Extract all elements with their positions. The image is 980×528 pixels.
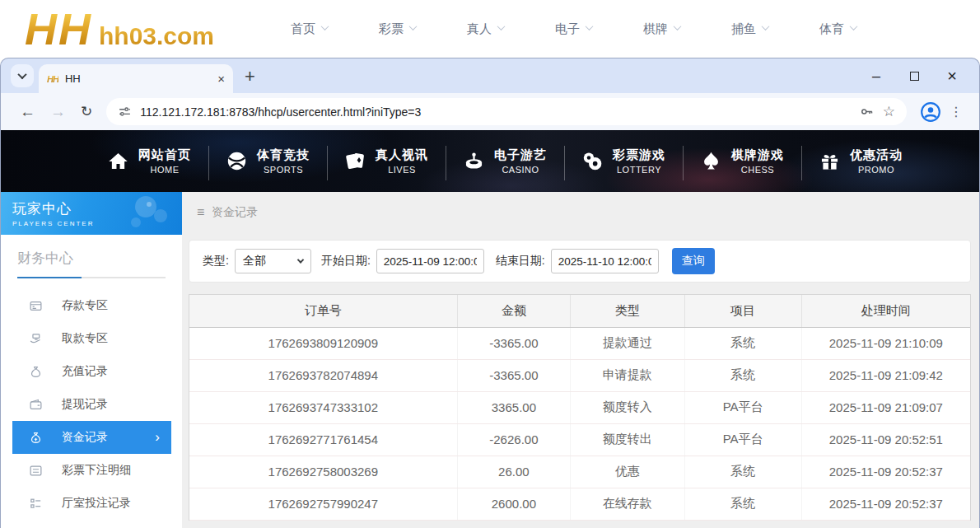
cell-order-id: 1762692771761454 <box>189 423 457 456</box>
site-nav-item[interactable]: 捕鱼 <box>706 21 794 37</box>
start-date-input[interactable] <box>376 249 484 273</box>
game-nav-label-zh: 体育竞技 <box>257 147 310 163</box>
table-header-cell: 订单号 <box>189 295 457 327</box>
tab-search-button[interactable] <box>11 64 34 87</box>
chevron-down-icon <box>850 22 858 30</box>
money-bag-icon <box>29 365 43 379</box>
site-nav-item[interactable]: 彩票 <box>353 21 441 37</box>
sidebar-menu-item[interactable]: 彩票下注明细 › <box>1 454 182 487</box>
end-date-input[interactable] <box>551 249 659 273</box>
home-icon <box>107 150 129 172</box>
table-row[interactable]: 1762693747333102 3365.00 额度转入 PA平台 2025-… <box>189 391 970 423</box>
site-nav-item[interactable]: 首页 <box>265 21 353 37</box>
type-select[interactable]: 全部 <box>235 249 311 273</box>
sidebar-item-label: 彩票下注明细 <box>62 463 131 478</box>
chevron-down-icon <box>762 22 770 30</box>
search-button[interactable]: 查询 <box>672 248 715 274</box>
game-nav-label-en: PROMO <box>858 165 894 175</box>
cell-project: 系统 <box>684 359 801 391</box>
reload-button[interactable]: ↻ <box>73 103 100 120</box>
game-nav-label-zh: 棋牌游戏 <box>731 147 784 163</box>
cell-project: 系统 <box>684 456 801 488</box>
minimize-button[interactable]: – <box>857 63 895 88</box>
lottery-list-icon <box>29 464 43 478</box>
sports-ball-icon <box>226 150 248 172</box>
cell-type: 提款通过 <box>571 327 684 359</box>
url-text[interactable]: 112.121.172.181:8783/hhcp/usercenter.htm… <box>140 105 851 119</box>
browser-tabstrip: HH HH × + – × <box>1 58 979 93</box>
game-nav-item[interactable]: 真人视讯 LIVES <box>327 147 446 175</box>
game-nav-item[interactable]: 棋牌游戏 CHESS <box>683 147 801 175</box>
game-nav-item[interactable]: 彩票游戏 LOTTERY <box>564 147 683 175</box>
end-date-label: 结束日期: <box>496 254 545 269</box>
table-header-cell: 项目 <box>684 295 801 327</box>
table-header-cell: 金额 <box>457 295 570 327</box>
password-key-icon[interactable] <box>859 104 875 119</box>
sidebar-menu-item[interactable]: 存款专区 › <box>1 289 182 322</box>
site-nav-item[interactable]: 电子 <box>530 21 618 37</box>
game-nav-item[interactable]: 优惠活动 PROMO <box>801 147 920 175</box>
maximize-button[interactable] <box>895 63 933 88</box>
chevron-down-icon <box>497 22 506 30</box>
site-nav-item[interactable]: 棋牌 <box>618 21 706 37</box>
sidebar-menu-item[interactable]: 资金记录 › <box>12 421 171 454</box>
game-nav-label-en: LIVES <box>388 165 416 175</box>
site-info-icon[interactable] <box>118 105 132 119</box>
cell-project: PA平台 <box>684 391 801 423</box>
bookmark-star-icon[interactable]: ☆ <box>883 103 895 120</box>
sidebar-menu-item[interactable]: 玩家投注报表 › <box>1 520 182 528</box>
game-nav-item[interactable]: 体育竞技 SPORTS <box>208 147 327 175</box>
forward-button[interactable]: → <box>43 103 73 121</box>
main-panel: ≡ 资金记录 类型: 全部 开始日期: 结束日期: 查询 <box>182 192 979 528</box>
sidebar-menu-item[interactable]: 取款专区 › <box>1 322 182 355</box>
gamepad-watermark-icon <box>111 194 177 235</box>
browser-tab[interactable]: HH HH × <box>39 64 233 93</box>
table-row[interactable]: 1762692758003269 26.00 优惠 系统 2025-11-09 … <box>189 456 970 488</box>
cell-project: 系统 <box>684 327 801 359</box>
cell-time: 2025-11-09 20:52:37 <box>801 488 970 520</box>
spade-icon <box>700 150 722 172</box>
sidebar: 玩家中心 PLAYERS CENTER 财务中心 <box>1 192 182 528</box>
site-nav-label: 体育 <box>819 21 844 37</box>
sidebar-menu-item[interactable]: 充值记录 › <box>1 355 182 388</box>
type-select-value: 全部 <box>243 254 266 269</box>
close-window-button[interactable]: × <box>933 63 971 88</box>
chevron-down-icon <box>409 22 418 30</box>
site-nav-label: 电子 <box>555 21 580 37</box>
back-button[interactable]: ← <box>12 103 43 121</box>
chevron-down-icon <box>297 256 304 263</box>
game-nav-label-zh: 彩票游戏 <box>613 147 665 163</box>
close-tab-icon[interactable]: × <box>217 72 225 85</box>
game-nav: 网站首页 HOME 体育竞技 SPORTS <box>1 130 979 192</box>
profile-avatar-icon[interactable] <box>920 101 941 123</box>
site-logo[interactable]: HH hh03.com <box>25 9 214 49</box>
game-nav-label-en: SPORTS <box>264 165 303 175</box>
filter-bar: 类型: 全部 开始日期: 结束日期: 查询 <box>189 240 971 283</box>
cell-order-id: 1762693747333102 <box>189 391 457 423</box>
table-row[interactable]: 1762692771761454 -2626.00 额度转出 PA平台 2025… <box>189 423 970 456</box>
table-row[interactable]: 1762693809120909 -3365.00 提款通过 系统 2025-1… <box>189 327 970 359</box>
game-nav-item[interactable]: 电子游艺 CASINO <box>446 147 564 175</box>
table-row[interactable]: 1762693782074894 -3365.00 申请提款 系统 2025-1… <box>189 359 970 391</box>
sidebar-menu-item[interactable]: 提现记录 › <box>1 388 182 421</box>
table-row[interactable]: 1762692757990247 2600.00 在线存款 系统 2025-11… <box>189 488 970 520</box>
new-tab-button[interactable]: + <box>245 68 255 86</box>
site-nav-label: 捕鱼 <box>731 21 756 37</box>
site-nav-item[interactable]: 体育 <box>794 21 882 37</box>
sidebar-menu-item[interactable]: 厅室投注记录 › <box>1 487 182 520</box>
sidebar-item-label: 资金记录 <box>62 430 108 445</box>
sidebar-item-label: 提现记录 <box>62 397 108 412</box>
funds-bag-icon <box>29 431 43 445</box>
browser-toolbar: ← → ↻ 112.121.172.181:8783/hhcp/usercent… <box>1 93 979 130</box>
breadcrumb-label: 资金记录 <box>212 205 258 220</box>
table-header-cell: 类型 <box>571 295 684 327</box>
browser-menu-icon[interactable]: ⋮ <box>948 104 968 119</box>
hall-list-icon <box>29 497 43 511</box>
cell-amount: 2600.00 <box>457 488 570 520</box>
site-nav-item[interactable]: 真人 <box>441 21 530 37</box>
address-bar[interactable]: 112.121.172.181:8783/hhcp/usercenter.htm… <box>106 98 907 125</box>
game-nav-item[interactable]: 网站首页 HOME <box>90 147 208 175</box>
type-label: 类型: <box>203 254 229 269</box>
withdraw-hand-icon <box>29 332 43 346</box>
sidebar-menu: 存款专区 › <box>1 289 182 528</box>
